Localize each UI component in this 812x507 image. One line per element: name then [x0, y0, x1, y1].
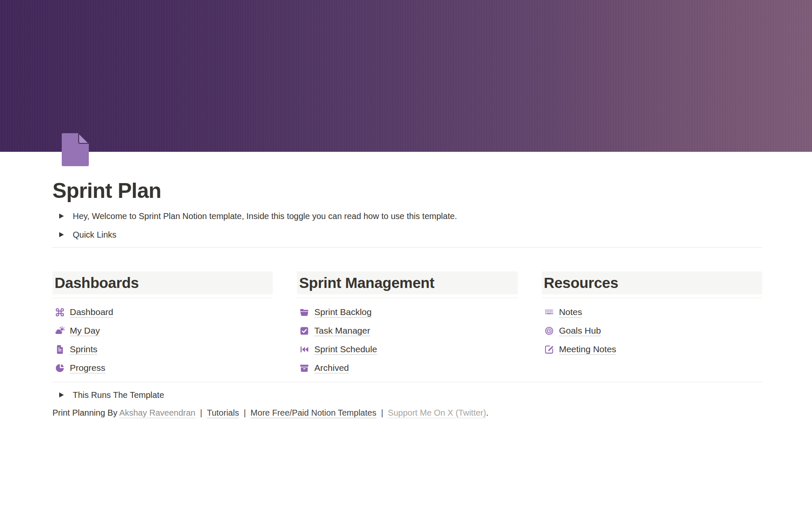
link-item-task-manager[interactable]: Task Manager [297, 321, 517, 340]
footer-credits: Print Planning By Akshay Raveendran|Tuto… [52, 404, 762, 421]
link-item-label: Progress [70, 363, 105, 373]
column-header: Dashboards [52, 271, 273, 294]
toggle-welcome[interactable]: Hey, Welcome to Sprint Plan Notion templ… [52, 207, 762, 225]
column-divider [542, 298, 762, 298]
cover-gradient-texture [0, 0, 812, 152]
link-item-label: Sprint Backlog [314, 307, 371, 317]
toggle-quick-links[interactable]: Quick Links [52, 225, 762, 244]
column-title: Resources [544, 274, 618, 291]
page-title: Sprint Plan [52, 178, 762, 203]
column-link-list: Sprint BacklogTask ManagerSprint Schedul… [297, 303, 517, 377]
checkbox-icon [299, 326, 309, 336]
divider [52, 382, 762, 382]
column-sprint-management: Sprint Management Sprint BacklogTask Man… [297, 271, 517, 377]
footer-link-akshay-raveendran[interactable]: Akshay Raveendran [119, 408, 195, 417]
command-icon [55, 307, 65, 317]
column-link-list: NotesGoals HubMeeting Notes [542, 303, 762, 359]
bottom-toggle-label: This Runs The Template [73, 390, 164, 400]
footer-link-support-me-on-x-twitter[interactable]: Support Me On X (Twitter) [388, 408, 486, 417]
column-resources: Resources NotesGoals HubMeeting Notes [542, 271, 762, 377]
sun-cloud-icon [55, 326, 65, 336]
toggle-triangle-icon[interactable] [59, 232, 64, 237]
footer-text: Print Planning By [52, 408, 119, 417]
link-item-dashboard[interactable]: Dashboard [52, 303, 273, 321]
footer-link-more-free-paid-notion-templates[interactable]: More Free/Paid Notion Templates [250, 408, 376, 417]
column-divider [297, 298, 517, 298]
link-item-label: Sprint Schedule [314, 344, 377, 354]
toggle-welcome-label: Hey, Welcome to Sprint Plan Notion templ… [73, 211, 457, 221]
link-item-meeting-notes[interactable]: Meeting Notes [542, 340, 762, 359]
link-item-sprint-backlog[interactable]: Sprint Backlog [297, 303, 517, 321]
footer-separator: | [381, 408, 383, 417]
link-item-label: Notes [559, 307, 582, 317]
link-item-label: My Day [70, 326, 100, 336]
toggle-triangle-icon[interactable] [59, 392, 64, 397]
pencil-square-icon [544, 345, 554, 354]
link-item-sprint-schedule[interactable]: Sprint Schedule [297, 340, 517, 359]
link-item-my-day[interactable]: My Day [52, 321, 273, 340]
link-item-label: Goals Hub [559, 326, 601, 336]
columns-row: Dashboards DashboardMy DaySprintsProgres… [52, 271, 762, 377]
page-icon[interactable] [62, 133, 89, 166]
link-item-label: Archived [314, 363, 349, 373]
folder-open-icon [299, 307, 309, 317]
column-link-list: DashboardMy DaySprintsProgress [52, 303, 273, 377]
pie-chart-icon [55, 363, 65, 373]
footer-separator: | [244, 408, 246, 417]
link-item-archived[interactable]: Archived [297, 359, 517, 377]
link-item-label: Meeting Notes [559, 344, 616, 354]
toggle-list: Hey, Welcome to Sprint Plan Notion templ… [52, 207, 762, 244]
link-item-notes[interactable]: Notes [542, 303, 762, 321]
column-header: Sprint Management [297, 271, 517, 294]
divider [52, 247, 762, 248]
link-item-sprints[interactable]: Sprints [52, 340, 273, 359]
column-divider [52, 298, 273, 298]
column-title: Sprint Management [299, 274, 434, 291]
footer-link-tutorials[interactable]: Tutorials [207, 408, 239, 417]
link-item-label: Dashboard [70, 307, 113, 317]
rewind-icon [299, 345, 309, 354]
link-item-progress[interactable]: Progress [52, 359, 273, 377]
page-content: Sprint Plan Hey, Welcome to Sprint Plan … [0, 178, 812, 421]
file-text-icon [55, 345, 65, 354]
cover-image [0, 0, 812, 152]
toggle-triangle-icon[interactable] [59, 214, 64, 219]
column-title: Dashboards [55, 274, 139, 291]
link-item-goals-hub[interactable]: Goals Hub [542, 321, 762, 340]
archive-icon [299, 363, 309, 373]
link-item-label: Task Manager [314, 326, 370, 336]
toggle-quick-links-label: Quick Links [73, 230, 116, 240]
keyboard-icon [544, 307, 554, 317]
column-dashboards: Dashboards DashboardMy DaySprintsProgres… [52, 271, 273, 377]
footer-separator: | [200, 408, 202, 417]
toggle-this-runs-the-template[interactable]: This Runs The Template [52, 386, 762, 404]
column-header: Resources [542, 271, 762, 294]
link-item-label: Sprints [70, 344, 97, 354]
footer-text: . [486, 408, 488, 417]
target-icon [544, 326, 554, 336]
bottom-toggle-wrap: This Runs The Template [52, 386, 762, 404]
